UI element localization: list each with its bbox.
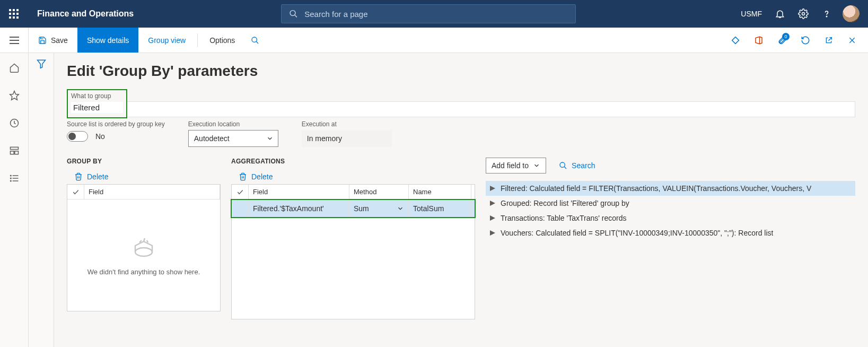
recent-button[interactable] [6, 115, 23, 132]
cmd-search-button[interactable] [244, 28, 266, 53]
tree-item-grouped[interactable]: Grouped: Record list 'Filtered' group by [486, 196, 855, 211]
workspaces-button[interactable] [6, 142, 23, 159]
refresh-button[interactable] [796, 31, 815, 50]
filter-column [29, 53, 54, 347]
svg-point-20 [10, 175, 11, 176]
user-avatar[interactable] [843, 5, 860, 22]
what-to-group-label: What to group [71, 92, 123, 100]
svg-line-1 [295, 15, 297, 17]
main-area: Edit 'Group By' parameters What to group… [0, 53, 868, 347]
related-records-button[interactable] [726, 31, 745, 50]
global-search[interactable] [281, 4, 576, 23]
tree-item-label: Grouped: Record list 'Filtered' group by [501, 199, 629, 207]
hamburger-icon [10, 37, 19, 44]
agg-header: AGGREGATIONS [231, 158, 475, 165]
lower-columns: GROUP BY Delete Field We [67, 158, 855, 319]
agg-row-0-method-value: Sum [354, 204, 369, 213]
save-label: Save [51, 36, 68, 45]
tree-item-label: Vouchers: Calculated field = SPLIT("INV-… [501, 229, 773, 237]
agg-row-0-check[interactable] [232, 200, 249, 217]
chevron-down-icon [533, 162, 540, 169]
triangle-right-icon [490, 186, 495, 191]
svg-marker-27 [490, 186, 495, 191]
app-launcher[interactable] [0, 0, 28, 28]
triangle-right-icon [490, 215, 495, 221]
svg-marker-12 [10, 91, 19, 100]
search-icon [559, 161, 567, 170]
office-button[interactable] [749, 31, 768, 50]
svg-point-3 [826, 16, 827, 16]
settings-button[interactable] [793, 3, 814, 24]
svg-marker-30 [490, 230, 495, 236]
triangle-right-icon [490, 201, 495, 206]
svg-point-22 [10, 180, 11, 181]
company-code[interactable]: USMF [735, 10, 767, 18]
popout-button[interactable] [819, 31, 838, 50]
triangle-right-icon [490, 230, 495, 236]
agg-delete-button[interactable]: Delete [231, 169, 475, 184]
star-icon [9, 90, 20, 101]
modules-button[interactable] [6, 170, 23, 187]
search-icon [251, 36, 259, 45]
chevron-down-icon [397, 205, 404, 212]
nav-toggle[interactable] [0, 28, 29, 53]
search-icon [289, 9, 298, 19]
what-to-group-value[interactable]: Filtered [71, 102, 123, 113]
agg-row-0[interactable]: Filtered.'$TaxAmount' Sum TotalSum [232, 200, 475, 217]
trash-icon [74, 172, 83, 181]
close-button[interactable] [843, 31, 862, 50]
tree-search-button[interactable]: Search [559, 161, 595, 170]
svg-point-24 [135, 248, 152, 256]
help-button[interactable] [816, 3, 837, 24]
attachments-button[interactable]: 0 [773, 31, 792, 50]
groupby-grid: Field We didn't find anything to show he… [67, 184, 221, 311]
tree-item-filtered[interactable]: Filtered: Calculated field = FILTER(Tran… [486, 181, 855, 196]
exec-at-field: Execution at In memory [302, 120, 392, 147]
check-icon [72, 188, 80, 196]
save-button[interactable]: Save [29, 28, 77, 53]
groupby-empty: We didn't find anything to show here. [67, 199, 220, 311]
tree-item-vouchers[interactable]: Vouchers: Calculated field = SPLIT("INV-… [486, 225, 855, 240]
groupby-empty-text: We didn't find anything to show here. [87, 268, 200, 276]
agg-row-0-name[interactable]: TotalSum [409, 200, 471, 217]
svg-line-26 [564, 167, 566, 169]
exec-loc-select[interactable]: Autodetect [188, 130, 278, 147]
home-button[interactable] [6, 59, 23, 76]
add-field-to-button[interactable]: Add field to [486, 158, 546, 174]
agg-select-all[interactable] [232, 185, 249, 199]
agg-col-name[interactable]: Name [409, 185, 471, 199]
groupby-select-all[interactable] [67, 185, 84, 199]
page-title: Edit 'Group By' parameters [67, 63, 855, 80]
groupby-field-col[interactable]: Field [84, 185, 220, 199]
agg-col-method[interactable]: Method [349, 185, 409, 199]
nav-right: USMF [735, 3, 863, 24]
svg-rect-14 [10, 147, 18, 149]
agg-row-0-method[interactable]: Sum [349, 200, 409, 217]
tree-search-label: Search [572, 161, 595, 170]
app-title: Finance and Operations [28, 9, 143, 19]
agg-row-0-field[interactable]: Filtered.'$TaxAmount' [249, 200, 349, 217]
ordered-toggle[interactable] [67, 131, 88, 142]
tree-item-transactions[interactable]: Transactions: Table 'TaxTrans' records [486, 211, 855, 225]
favorites-button[interactable] [6, 87, 23, 104]
filter-button[interactable] [36, 58, 47, 347]
notifications-button[interactable] [769, 3, 791, 24]
funnel-icon [36, 58, 47, 69]
show-details-tab[interactable]: Show details [77, 28, 138, 53]
diamond-icon [731, 36, 740, 45]
groupby-delete-button[interactable]: Delete [67, 169, 221, 184]
list-icon [9, 173, 20, 184]
svg-point-2 [802, 13, 805, 15]
popout-icon [825, 36, 833, 45]
options-button[interactable]: Options [200, 28, 244, 53]
search-input[interactable] [304, 10, 568, 19]
exec-at-value: In memory [302, 130, 392, 147]
page-content: Edit 'Group By' parameters What to group… [54, 53, 868, 347]
svg-marker-23 [37, 60, 45, 68]
agg-col-field[interactable]: Field [249, 185, 349, 199]
group-view-tab[interactable]: Group view [138, 28, 195, 53]
attachments-badge: 0 [782, 33, 790, 40]
save-icon [38, 36, 47, 45]
close-icon [848, 36, 856, 45]
waffle-icon [9, 9, 19, 19]
